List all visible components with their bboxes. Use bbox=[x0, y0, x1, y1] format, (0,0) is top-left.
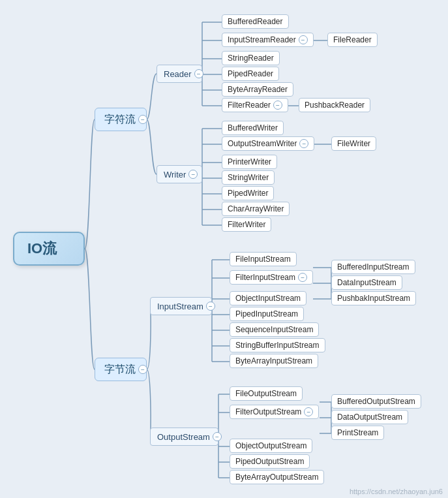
dataoutputstream-label: DataOutputStream bbox=[337, 412, 402, 422]
filteroutputstream-node: FilterOutputStream − bbox=[230, 405, 319, 419]
writer-label: Writer bbox=[164, 170, 186, 179]
printstream-label: PrintStream bbox=[337, 428, 378, 437]
printstream-node: PrintStream bbox=[331, 426, 384, 440]
pipedreader-node: PipedReader bbox=[222, 67, 279, 81]
inputstreamreader-node: InputStreamReader − bbox=[222, 33, 314, 47]
printerwriter-node: PrinterWriter bbox=[222, 155, 277, 169]
bytestream-node: 字节流 − bbox=[95, 358, 147, 381]
charstream-node: 字符流 − bbox=[95, 108, 147, 131]
stringbufferinputstream-label: StringBufferInputStream bbox=[235, 341, 320, 350]
fileoutputstream-node: FileOutputStream bbox=[230, 386, 303, 401]
bytestream-collapse-icon[interactable]: − bbox=[138, 365, 147, 374]
reader-collapse-icon[interactable]: − bbox=[194, 69, 203, 78]
bytearrayreader-node: ByteArrayReader bbox=[222, 82, 293, 97]
writer-collapse-icon[interactable]: − bbox=[188, 170, 198, 179]
bufferedwriter-node: BufferedWriter bbox=[222, 121, 284, 135]
charstream-label: 字符流 bbox=[104, 113, 136, 127]
chararraywriter-label: CharArrayWriter bbox=[228, 204, 284, 213]
pipedinputstream-node: PipedInputStream bbox=[230, 307, 304, 321]
datainputstream-node: DataInputStream bbox=[331, 275, 402, 290]
pipedinputstream-label: PipedInputStream bbox=[235, 309, 298, 319]
pipedwriter-node: PipedWriter bbox=[222, 186, 274, 200]
root-node: IO流 bbox=[13, 232, 85, 266]
bytearrayoutputstream-node: ByteArrayOutputStream bbox=[230, 470, 324, 484]
filterreader-label: FilterReader bbox=[228, 101, 271, 110]
outputstream-node: OutputStream − bbox=[150, 428, 218, 446]
fileoutputstream-label: FileOutputStream bbox=[235, 389, 297, 398]
objectoutputstream-label: ObjectOutputStream bbox=[235, 441, 306, 450]
reader-label: Reader bbox=[164, 69, 192, 79]
charstream-collapse-icon[interactable]: − bbox=[138, 115, 147, 124]
bytearrayreader-label: ByteArrayReader bbox=[228, 85, 288, 94]
objectinputstream-label: ObjectInputStream bbox=[235, 294, 301, 303]
filterwriter-label: FilterWriter bbox=[228, 220, 265, 229]
filterreader-node: FilterReader − bbox=[222, 98, 288, 112]
io-diagram: IO流 字符流 − 字节流 − Reader − Writer − InputS… bbox=[0, 0, 448, 498]
filterreader-collapse-icon[interactable]: − bbox=[273, 101, 282, 110]
fileinputstream-label: FileInputStream bbox=[235, 255, 291, 264]
stringreader-label: StringReader bbox=[228, 54, 274, 63]
filereader-label: FileReader bbox=[333, 35, 372, 44]
pushbakinputstream-node: PushbakInputStream bbox=[331, 291, 416, 305]
filterinputstream-label: FilterInputStream bbox=[235, 273, 295, 282]
fileinputstream-node: FileInputStream bbox=[230, 252, 297, 266]
pipedwriter-label: PipedWriter bbox=[228, 189, 268, 198]
outputstream-collapse-icon[interactable]: − bbox=[213, 432, 222, 441]
filewriter-label: FileWriter bbox=[337, 139, 370, 148]
objectinputstream-node: ObjectInputStream bbox=[230, 291, 306, 305]
stringreader-node: StringReader bbox=[222, 51, 280, 65]
inputstream-label: InputStream bbox=[157, 302, 203, 311]
outputstreamwriter-collapse-icon[interactable]: − bbox=[299, 139, 308, 148]
filterinputstream-collapse-icon[interactable]: − bbox=[298, 273, 307, 282]
pipedoutputstream-label: PipedOutputStream bbox=[235, 457, 304, 466]
objectoutputstream-node: ObjectOutputStream bbox=[230, 439, 312, 453]
pushbakinputstream-label: PushbakInputStream bbox=[337, 294, 410, 303]
outputstreamwriter-node: OutputStreamWriter − bbox=[222, 136, 314, 151]
inputstreamreader-collapse-icon[interactable]: − bbox=[299, 35, 308, 44]
sequenceinputstream-label: SequenceInputStream bbox=[235, 325, 313, 334]
bufferedoutputstream-node: BufferedOutputStream bbox=[331, 394, 421, 409]
bufferedreader-node: BufferedReader bbox=[222, 14, 289, 29]
filteroutputstream-label: FilterOutputStream bbox=[235, 407, 301, 416]
chararraywriter-node: CharArrayWriter bbox=[222, 202, 290, 216]
inputstream-node: InputStream − bbox=[150, 297, 212, 315]
root-label: IO流 bbox=[27, 239, 57, 258]
stringwriter-node: StringWriter bbox=[222, 170, 275, 185]
printerwriter-label: PrinterWriter bbox=[228, 157, 271, 166]
reader-node: Reader − bbox=[157, 65, 202, 83]
bufferedwriter-label: BufferedWriter bbox=[228, 123, 278, 132]
filterwriter-node: FilterWriter bbox=[222, 217, 271, 232]
watermark: https://csdn.net/zhaoyan.jun6 bbox=[350, 488, 443, 495]
filewriter-node: FileWriter bbox=[331, 136, 376, 151]
outputstream-label: OutputStream bbox=[157, 432, 210, 442]
filereader-node: FileReader bbox=[327, 33, 378, 47]
pushbackreader-node: PushbackReader bbox=[299, 98, 370, 112]
datainputstream-label: DataInputStream bbox=[337, 278, 396, 287]
pushbackreader-label: PushbackReader bbox=[305, 101, 365, 110]
stringwriter-label: StringWriter bbox=[228, 173, 269, 182]
bytearrayinputstream-node: ByteArrayInputStream bbox=[230, 354, 318, 368]
filteroutputstream-collapse-icon[interactable]: − bbox=[304, 407, 313, 416]
dataoutputstream-node: DataOutputStream bbox=[331, 410, 408, 424]
bytestream-label: 字节流 bbox=[104, 363, 136, 377]
bytearrayinputstream-label: ByteArrayInputStream bbox=[235, 356, 312, 366]
outputstreamwriter-label: OutputStreamWriter bbox=[228, 139, 297, 148]
bufferedoutputstream-label: BufferedOutputStream bbox=[337, 397, 415, 406]
bufferedinputstream-label: BufferedInputStream bbox=[337, 262, 410, 272]
pipedreader-label: PipedReader bbox=[228, 69, 273, 78]
bufferedreader-label: BufferedReader bbox=[228, 17, 283, 26]
inputstream-collapse-icon[interactable]: − bbox=[206, 302, 215, 311]
sequenceinputstream-node: SequenceInputStream bbox=[230, 322, 319, 337]
pipedoutputstream-node: PipedOutputStream bbox=[230, 454, 310, 469]
bytearrayoutputstream-label: ByteArrayOutputStream bbox=[235, 473, 318, 482]
bufferedinputstream-node: BufferedInputStream bbox=[331, 260, 415, 274]
stringbufferinputstream-node: StringBufferInputStream bbox=[230, 338, 325, 352]
inputstreamreader-label: InputStreamReader bbox=[228, 35, 296, 44]
writer-node: Writer − bbox=[157, 165, 202, 183]
filterinputstream-node: FilterInputStream − bbox=[230, 270, 313, 285]
